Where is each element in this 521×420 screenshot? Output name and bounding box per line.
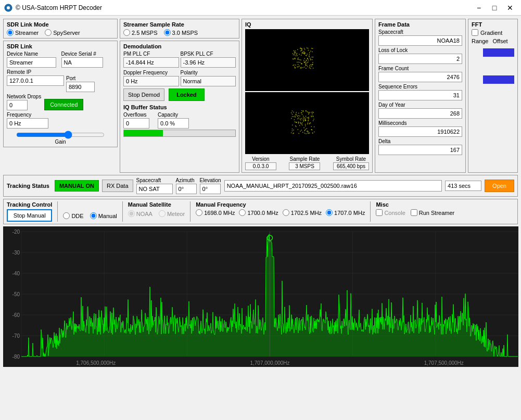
frame-count-value: 2476 [378,72,462,82]
manual-on-button[interactable]: MANUAL ON [55,180,99,192]
streamer-radio-label: Streamer [15,30,39,36]
fft-panel: FFT Gradient Range Offset [468,19,518,173]
delta-field: Delta 167 [378,138,462,155]
day-of-year-field: Day of Year 268 [378,102,462,119]
loss-of-lock-label: Loss of Lock [378,47,462,53]
maximize-button[interactable]: □ [488,3,501,13]
spacecraft-value: NOAA18 [378,35,462,46]
fft-bar-1 [483,48,514,57]
manual-freq-options: 1698.0 MHz 1700.0 MHz 1702.5 MHz 1707.0 … [196,209,365,216]
middle-panels: Streamer Sample Rate 2.5 MSPS 3.0 MSPS D… [120,19,239,173]
freq3-radio[interactable] [283,209,289,216]
minimize-button[interactable]: − [472,3,486,13]
connect-button[interactable]: Connected [44,99,83,110]
spacecraft-track-label: Spacecraft [136,177,173,183]
frequency-label: Frequency [7,112,114,118]
elevation-label: Elevation [200,177,221,183]
top-panels-row: SDR Link Mode Streamer SpyServer SDR Lin… [3,19,518,173]
frame-count-field: Frame Count 2476 [378,66,462,82]
close-button[interactable]: ✕ [503,3,517,13]
sat-radio-row: NOAA Meteor [128,210,185,217]
network-drops-col: Network Drops 0 [7,94,41,110]
sample-rate-label: Sample Rate [289,156,320,162]
sdr-link-mode-title: SDR Link Mode [7,21,114,28]
freq1-label: 1698.0 MHz [204,210,235,216]
streamer-radio[interactable] [7,29,14,36]
noaa-radio-item: NOAA [128,210,153,217]
fft-gradient-checkbox[interactable] [472,29,478,36]
spyserver-radio[interactable] [45,29,52,36]
iq-panel: IQ Version 0.0.3.0 Sample Rate 3 MSPS Sy… [242,19,373,173]
manual-radio-item: Manual [90,212,117,219]
freq1-radio[interactable] [196,209,202,216]
device-serial-col: Device Serial # NA [61,51,115,68]
frame-data-panel: Frame Data Spacecraft NOAA18 Loss of Loc… [375,19,466,173]
bpsk-pll-value: -3.96 Hz [181,57,236,68]
run-streamer-checkbox[interactable] [411,209,417,216]
app-icon [4,4,12,12]
tracking-control-title: Tracking Control [7,201,52,208]
buffer-status-title: IQ Buffer Status [123,104,236,110]
freq4-label: 1707.0 MHz [334,210,365,216]
loss-of-lock-value: 2 [378,54,462,64]
freq2-radio-item: 1700.0 MHz [239,209,278,216]
rate2-radio[interactable] [164,29,171,36]
bpsk-pll-label: BPSK PLL CF [181,51,236,57]
milliseconds-label: Milliseconds [378,120,462,126]
overflows-label: Overflows [123,112,149,118]
manual-radio-label: Manual [98,213,117,219]
noaa-radio[interactable] [128,210,135,217]
capacity-col: Capacity 0.0 % [158,112,189,129]
freq3-label: 1702.5 MHz [291,210,322,216]
demodulation-title: Demodulation [123,43,236,49]
meteor-radio[interactable] [159,210,166,217]
iq-canvas [245,29,369,154]
fft-range-offset-row: Range Offset [472,38,514,44]
elevation-col: Elevation 0° [200,177,221,194]
stop-demod-button[interactable]: Stop Demod [123,88,164,101]
frequency-value[interactable]: 0 Hz [7,118,48,129]
doppler-col: Doppler Frequency 0 Hz [123,70,179,86]
loss-of-lock-field: Loss of Lock 2 [378,47,462,64]
open-button[interactable]: Open [485,180,514,192]
gain-slider[interactable] [16,131,105,139]
demod-pll-grid: PM PLL CF -14.844 Hz BPSK PLL CF -3.96 H… [123,51,236,68]
dde-radio[interactable] [63,212,70,219]
network-drops-value: 0 [7,100,28,110]
console-checkbox[interactable] [376,209,383,216]
device-name-col: Device Name Streamer [7,51,60,68]
day-of-year-label: Day of Year [378,102,462,108]
freq2-radio[interactable] [239,209,246,216]
frame-count-label: Frame Count [378,66,462,71]
rx-data-button[interactable]: RX Data [102,180,133,192]
buffer-progress-container [123,130,236,137]
symbol-rate-label: Symbol Rate [333,156,369,162]
remote-ip-value[interactable]: 127.0.0.1 [7,75,64,86]
spectrum-display [3,226,518,367]
fft-range-label: Range [472,38,488,44]
rate1-label: 2.5 MSPS [132,30,158,36]
locked-button[interactable]: Locked [169,88,205,101]
title-text: © USA-Satcom HRPT Decoder [16,4,472,11]
buffer-progress-fill [124,130,163,136]
ip-port-row: 127.0.0.1 Port 8890 [7,75,114,92]
main-content: SDR Link Mode Streamer SpyServer SDR Lin… [0,16,521,370]
device-name-value: Streamer [7,57,56,68]
rate1-radio[interactable] [123,29,130,36]
capacity-label: Capacity [158,112,189,118]
sequence-errors-value: 31 [378,90,462,100]
stop-manual-button[interactable]: Stop Manual [7,209,52,222]
sample-rate-radio-row: 2.5 MSPS 3.0 MSPS [123,29,236,36]
buffer-stats-row: Overflows 0 Capacity 0.0 % [123,112,236,129]
port-value[interactable]: 8890 [66,82,95,92]
manual-radio[interactable] [90,212,97,219]
fft-title: FFT [472,21,514,28]
right-panels: Frame Data Spacecraft NOAA18 Loss of Loc… [375,19,518,173]
spectrum-canvas [3,226,518,367]
sample-rate-value: 3 MSPS [289,162,320,170]
device-name-label: Device Name [7,51,60,57]
freq4-radio[interactable] [326,209,333,216]
frame-data-title: Frame Data [378,21,462,28]
divider-4 [370,201,371,222]
svg-point-1 [7,6,10,9]
